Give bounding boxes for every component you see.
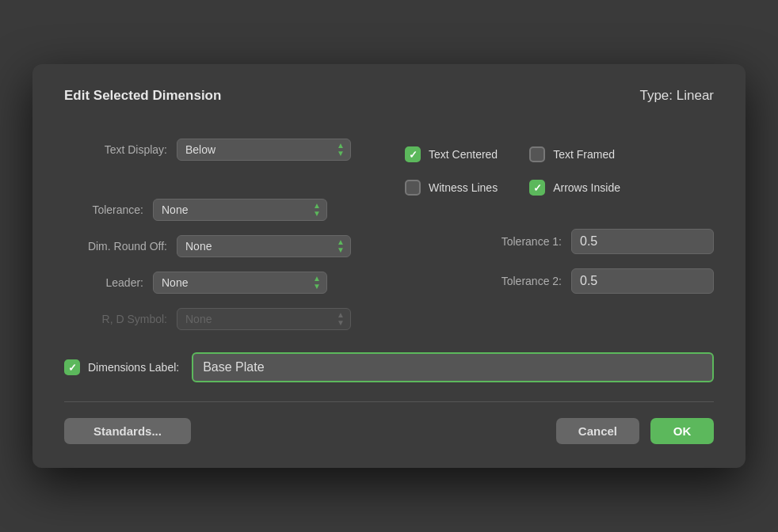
dim-label-checkbox-wrapper[interactable]: Dimensions Label: xyxy=(64,359,179,375)
standards-button[interactable]: Standards... xyxy=(64,418,191,444)
tolerance-row: Tolerance: None Symmetric Deviation ▲ ▼ xyxy=(64,199,373,221)
tolerance-1-label: Tolerance 1: xyxy=(482,235,562,248)
right-buttons: Cancel OK xyxy=(556,418,714,444)
tolerance-2-row: Tolerance 2: xyxy=(405,268,714,294)
witness-lines-checkbox-item[interactable]: Witness Lines xyxy=(405,180,498,196)
rd-symbol-row: R, D Symbol: None R D ▲ ▼ xyxy=(64,308,373,330)
text-centered-checkbox-item[interactable]: Text Centered xyxy=(405,146,498,162)
tolerance-2-input[interactable] xyxy=(571,268,714,294)
spacer xyxy=(64,175,373,199)
dimensions-label-checkbox[interactable] xyxy=(64,359,80,375)
dim-round-off-row: Dim. Round Off: None 0.5 1.0 ▲ ▼ xyxy=(64,235,373,257)
dimensions-label-input[interactable] xyxy=(192,352,714,382)
edit-dimension-dialog: Edit Selected Dimension Type: Linear Tex… xyxy=(32,64,746,468)
checkbox-group-row1: Text Centered Text Framed xyxy=(405,146,714,162)
rd-symbol-select: None R D xyxy=(177,308,351,330)
dim-round-off-select-wrapper: None 0.5 1.0 ▲ ▼ xyxy=(177,235,351,257)
button-row: Standards... Cancel OK xyxy=(64,418,714,444)
arrows-inside-label: Arrows Inside xyxy=(553,181,620,194)
header-row: Edit Selected Dimension Type: Linear xyxy=(64,88,714,123)
tolerance-label: Tolerance: xyxy=(64,203,143,216)
leader-row: Leader: None Arrow Dot ▲ ▼ xyxy=(64,272,373,294)
text-display-select-wrapper: Below Above Inline ▲ ▼ xyxy=(177,139,351,161)
main-content: Text Display: Below Above Inline ▲ ▼ xyxy=(64,139,714,344)
leader-select[interactable]: None Arrow Dot xyxy=(153,272,327,294)
left-panel: Text Display: Below Above Inline ▲ ▼ xyxy=(64,139,373,344)
tolerance-1-row: Tolerance 1: xyxy=(405,229,714,254)
arrows-inside-checkbox[interactable] xyxy=(529,180,545,196)
ok-button[interactable]: OK xyxy=(650,418,714,444)
type-label: Type: Linear xyxy=(639,88,714,104)
arrows-inside-checkbox-item[interactable]: Arrows Inside xyxy=(529,180,620,196)
witness-lines-checkbox[interactable] xyxy=(405,180,421,196)
tolerance-2-label: Tolerance 2: xyxy=(482,275,562,287)
divider xyxy=(64,401,714,402)
dim-round-off-select[interactable]: None 0.5 1.0 xyxy=(177,235,351,257)
text-display-row: Text Display: Below Above Inline ▲ ▼ xyxy=(64,139,373,161)
text-display-select[interactable]: Below Above Inline xyxy=(177,139,351,161)
leader-select-wrapper: None Arrow Dot ▲ ▼ xyxy=(153,272,327,294)
checkbox-group-row2: Witness Lines Arrows Inside xyxy=(405,180,714,196)
dim-round-off-label: Dim. Round Off: xyxy=(64,240,167,253)
tolerance-1-input[interactable] xyxy=(571,229,714,254)
tolerance-select-wrapper: None Symmetric Deviation ▲ ▼ xyxy=(153,199,327,221)
text-framed-checkbox-item[interactable]: Text Framed xyxy=(529,146,615,162)
witness-lines-label: Witness Lines xyxy=(429,181,498,194)
text-framed-checkbox[interactable] xyxy=(529,146,545,162)
spacer2 xyxy=(405,213,714,229)
cancel-button[interactable]: Cancel xyxy=(556,418,639,444)
rd-symbol-label: R, D Symbol: xyxy=(64,313,167,325)
dimensions-label-text: Dimensions Label: xyxy=(88,361,179,374)
text-display-label: Text Display: xyxy=(64,143,167,156)
dialog-title: Edit Selected Dimension xyxy=(64,88,221,104)
text-centered-checkbox[interactable] xyxy=(405,146,421,162)
text-centered-label: Text Centered xyxy=(429,148,498,161)
rd-symbol-select-wrapper: None R D ▲ ▼ xyxy=(177,308,351,330)
tolerance-select[interactable]: None Symmetric Deviation xyxy=(153,199,327,221)
dimensions-label-row: Dimensions Label: xyxy=(64,352,714,382)
leader-label: Leader: xyxy=(64,276,143,289)
right-panel: Text Centered Text Framed Witness Lines … xyxy=(405,139,714,344)
text-framed-label: Text Framed xyxy=(553,148,615,161)
